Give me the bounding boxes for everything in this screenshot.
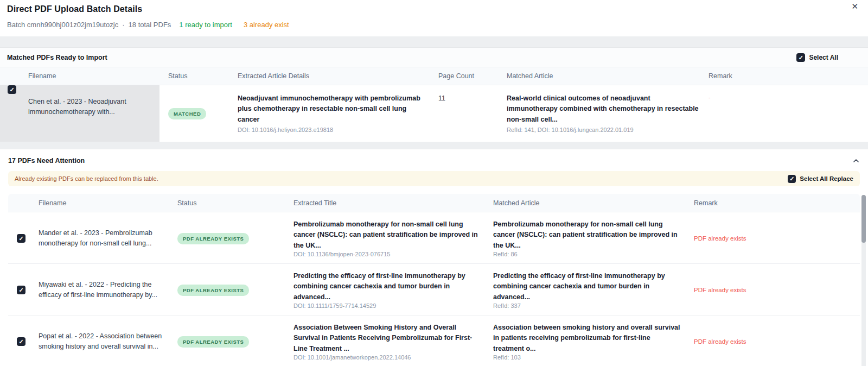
column-extracted-title: Extracted Title [289,199,489,207]
row-checkbox[interactable]: ✓ [17,234,25,243]
matched-table-row[interactable]: ✓ Chen et al. - 2023 - Neoadjuvant immun… [0,85,868,142]
checkbox-cell: ✓ [8,315,32,366]
column-matched-article: Matched Article [489,199,690,207]
ready-to-import-count: 1 ready to import [179,21,232,29]
batch-summary: Batch cmnh990hj001z02jm19utozjc · 18 tot… [7,21,859,29]
batch-details-header: Direct PDF Upload Batch Details Batch cm… [0,0,868,36]
extracted-title-cell: Predicting the efficacy of first-line im… [289,264,489,316]
column-filename: Filename [24,72,159,80]
check-icon: ✓ [18,236,23,242]
checkbox-cell: ✓ [8,212,32,264]
matched-article-cell: Pembrolizumab monotherapy for non-small … [489,212,690,264]
extracted-title: Pembrolizumab monotherapy for non-small … [293,219,481,251]
matched-table-header: Filename Status Extracted Article Detail… [0,67,868,85]
status-badge: PDF ALREADY EXISTS [177,233,249,244]
section-divider [0,142,868,149]
column-page-count: Page Count [434,72,502,80]
remark-cell: PDF already exists [690,264,860,316]
status-badge: PDF ALREADY EXISTS [177,336,249,348]
matched-ref: RefId: 86 [493,251,682,257]
need-attention-panel: 17 PDFs Need Attention Already existing … [0,149,868,366]
matched-section-title: Matched PDFs Ready to Import [7,54,107,61]
page-title: Direct PDF Upload Batch Details [7,4,859,14]
replace-notice-bar: Already existing PDFs can be replaced fr… [8,171,860,186]
remark-cell: PDF already exists [690,212,860,264]
check-icon: ✓ [799,55,803,61]
attention-table: Filename Status Extracted Title Matched … [8,194,860,366]
check-icon: ✓ [18,287,23,293]
check-icon: ✓ [18,339,23,345]
select-all-checkbox[interactable]: ✓ [796,53,805,62]
attention-table-row[interactable]: ✓ Miyawaki et al. - 2022 - Predicting th… [8,264,860,315]
column-remark: Remark [690,199,860,207]
filename-text: Popat et al. - 2022 - Association betwee… [39,331,167,352]
scrollbar-track[interactable] [861,195,866,366]
matched-ref: RefId: 103 [493,354,682,361]
check-icon: ✓ [789,176,794,182]
status-cell: PDF ALREADY EXISTS [174,264,289,316]
dot-separator: · [122,21,124,29]
chevron-up-icon[interactable] [853,159,859,163]
already-exist-count: 3 already exist [244,21,289,29]
scrollbar-thumb[interactable] [861,195,866,243]
matched-title: Association between smoking history and … [493,323,682,354]
check-icon: ✓ [9,87,14,93]
column-filename: Filename [32,199,174,207]
matched-article-cell: Association between smoking history and … [489,315,690,366]
checkbox-cell: ✓ [8,264,32,316]
batch-id: Batch cmnh990hj001z02jm19utozjc [7,21,118,29]
extracted-title-cell: Pembrolizumab monotherapy for non-small … [289,212,489,264]
attention-section-title: 17 PDFs Need Attention [8,157,85,165]
attention-table-row[interactable]: ✓ Popat et al. - 2022 - Association betw… [8,315,860,366]
section-divider [0,36,868,47]
status-cell: PDF ALREADY EXISTS [174,315,289,366]
extracted-article-cell: Neoadjuvant immunochemotherapy with pemb… [233,85,434,142]
select-all-replace-label: Select All Replace [800,175,853,182]
extracted-doi: DOI: 10.1136/bmjopen-2023-076715 [293,251,481,257]
status-badge: MATCHED [168,108,206,119]
notice-text: Already existing PDFs can be replaced fr… [15,175,158,182]
matched-ref: RefId: 141, DOI: 10.1016/j.lungcan.2022.… [507,127,699,133]
matched-article-cell: Real-world clinical outcomes of neoadjuv… [502,85,704,142]
extracted-doi: DOI: 10.1111/1759-7714.14529 [293,302,481,309]
filename-text: Chen et al. - 2023 - Neoadjuvant immunoc… [28,97,154,118]
status-cell: PDF ALREADY EXISTS [174,212,289,264]
page-count-cell: 11 [434,85,502,142]
matched-pdfs-panel: Matched PDFs Ready to Import ✓ Select Al… [0,47,868,142]
checkbox-cell: ✓ [0,85,24,142]
extracted-title: Predicting the efficacy of first-line im… [293,271,481,302]
matched-title: Pembrolizumab monotherapy for non-small … [493,219,682,251]
status-badge: PDF ALREADY EXISTS [177,285,249,296]
filename-text: Mander et al. - 2023 - Pembrolizumab mon… [39,228,167,249]
matched-panel-header: Matched PDFs Ready to Import ✓ Select Al… [0,48,868,67]
matched-article-cell: Predicting the efficacy of first-line im… [489,264,690,316]
close-icon[interactable]: ✕ [851,2,858,10]
row-checkbox[interactable]: ✓ [17,286,25,294]
filename-cell: Mander et al. - 2023 - Pembrolizumab mon… [32,212,174,264]
total-pdfs-count: 18 total PDFs [129,21,171,29]
column-status: Status [174,199,289,207]
filename-text: Miyawaki et al. - 2022 - Predicting the … [39,280,167,301]
extracted-title: Association Between Smoking History and … [293,323,481,354]
select-all-group[interactable]: ✓ Select All [796,53,838,62]
select-all-replace-group[interactable]: ✓ Select All Replace [788,175,853,183]
attention-panel-header[interactable]: 17 PDFs Need Attention [0,157,868,165]
attention-table-header: Filename Status Extracted Title Matched … [8,194,860,212]
matched-title: Predicting the efficacy of first-line im… [493,271,682,302]
column-matched-article: Matched Article [502,72,704,80]
extracted-doi: DOI: 10.1001/jamanetworkopen.2022.14046 [293,354,481,361]
attention-table-row[interactable]: ✓ Mander et al. - 2023 - Pembrolizumab m… [8,212,860,264]
remark-cell: - [704,85,868,142]
extracted-title-cell: Association Between Smoking History and … [289,315,489,366]
matched-ref: RefId: 337 [493,302,682,309]
select-all-replace-checkbox[interactable]: ✓ [788,175,796,183]
column-extracted-article-details: Extracted Article Details [233,72,434,80]
extracted-doi: DOI: 10.1016/j.heliyon.2023.e19818 [238,127,429,133]
column-status: Status [159,72,233,80]
filename-cell: Miyawaki et al. - 2022 - Predicting the … [32,264,174,316]
row-checkbox[interactable]: ✓ [17,337,25,346]
filename-cell: Popat et al. - 2022 - Association betwee… [32,315,174,366]
matched-title: Real-world clinical outcomes of neoadjuv… [507,93,699,125]
row-checkbox[interactable]: ✓ [8,85,16,94]
column-remark: Remark [704,72,868,80]
